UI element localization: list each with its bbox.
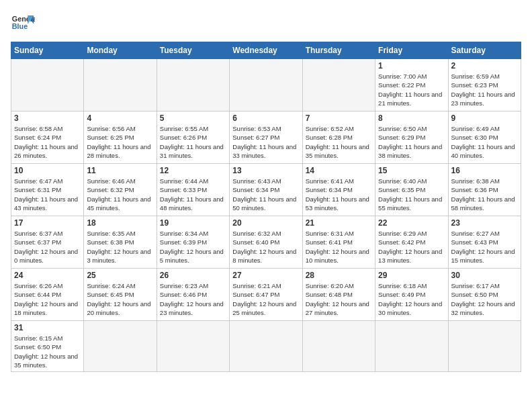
calendar-cell <box>375 321 448 372</box>
day-info: Sunrise: 6:58 AM Sunset: 6:24 PM Dayligh… <box>14 124 81 160</box>
calendar-cell: 21Sunrise: 6:31 AM Sunset: 6:41 PM Dayli… <box>302 216 375 269</box>
calendar-cell <box>230 321 302 372</box>
calendar-cell: 3Sunrise: 6:58 AM Sunset: 6:24 PM Daylig… <box>11 111 84 164</box>
day-number: 15 <box>378 166 445 175</box>
calendar-header-row: SundayMondayTuesdayWednesdayThursdayFrid… <box>11 42 521 59</box>
day-number: 27 <box>232 271 299 280</box>
calendar-cell <box>11 59 84 111</box>
day-info: Sunrise: 6:38 AM Sunset: 6:36 PM Dayligh… <box>451 177 518 212</box>
day-info: Sunrise: 7:00 AM Sunset: 6:22 PM Dayligh… <box>378 72 445 107</box>
day-info: Sunrise: 6:52 AM Sunset: 6:28 PM Dayligh… <box>306 124 372 160</box>
day-info: Sunrise: 6:47 AM Sunset: 6:31 PM Dayligh… <box>14 177 81 212</box>
calendar-cell <box>448 321 521 372</box>
day-number: 12 <box>160 166 226 175</box>
calendar-cell <box>84 59 157 111</box>
day-number: 5 <box>160 113 226 123</box>
calendar-cell <box>302 321 375 372</box>
day-info: Sunrise: 6:20 AM Sunset: 6:48 PM Dayligh… <box>306 281 372 317</box>
calendar-cell: 11Sunrise: 6:46 AM Sunset: 6:32 PM Dayli… <box>84 164 157 216</box>
day-info: Sunrise: 6:37 AM Sunset: 6:37 PM Dayligh… <box>14 229 81 265</box>
calendar-cell: 29Sunrise: 6:18 AM Sunset: 6:49 PM Dayli… <box>375 269 448 321</box>
day-header-sunday: Sunday <box>11 42 84 59</box>
calendar-cell: 13Sunrise: 6:43 AM Sunset: 6:34 PM Dayli… <box>230 164 302 216</box>
day-number: 26 <box>160 271 226 280</box>
calendar-cell: 24Sunrise: 6:26 AM Sunset: 6:44 PM Dayli… <box>11 269 84 321</box>
day-number: 10 <box>14 166 81 175</box>
calendar-cell: 12Sunrise: 6:44 AM Sunset: 6:33 PM Dayli… <box>157 164 229 216</box>
day-header-thursday: Thursday <box>302 42 375 59</box>
day-number: 4 <box>87 113 153 123</box>
day-number: 28 <box>306 271 372 280</box>
calendar-cell: 16Sunrise: 6:38 AM Sunset: 6:36 PM Dayli… <box>448 164 521 216</box>
calendar-week-row: 3Sunrise: 6:58 AM Sunset: 6:24 PM Daylig… <box>11 111 521 164</box>
day-number: 3 <box>14 113 81 123</box>
day-info: Sunrise: 6:23 AM Sunset: 6:46 PM Dayligh… <box>160 281 226 317</box>
day-number: 29 <box>378 271 445 280</box>
header: General Blue <box>11 11 521 35</box>
calendar: SundayMondayTuesdayWednesdayThursdayFrid… <box>11 42 521 372</box>
calendar-cell: 31Sunrise: 6:15 AM Sunset: 6:50 PM Dayli… <box>11 321 84 372</box>
calendar-cell: 15Sunrise: 6:40 AM Sunset: 6:35 PM Dayli… <box>375 164 448 216</box>
day-info: Sunrise: 6:24 AM Sunset: 6:45 PM Dayligh… <box>87 281 153 317</box>
day-number: 16 <box>451 166 518 175</box>
day-info: Sunrise: 6:50 AM Sunset: 6:29 PM Dayligh… <box>378 124 445 160</box>
day-info: Sunrise: 6:27 AM Sunset: 6:43 PM Dayligh… <box>451 229 518 265</box>
day-number: 1 <box>378 61 445 71</box>
day-info: Sunrise: 6:49 AM Sunset: 6:30 PM Dayligh… <box>451 124 518 160</box>
day-info: Sunrise: 6:55 AM Sunset: 6:26 PM Dayligh… <box>160 124 226 160</box>
day-number: 9 <box>451 113 518 123</box>
calendar-cell: 9Sunrise: 6:49 AM Sunset: 6:30 PM Daylig… <box>448 111 521 164</box>
day-info: Sunrise: 6:40 AM Sunset: 6:35 PM Dayligh… <box>378 177 445 212</box>
calendar-cell <box>157 59 229 111</box>
day-number: 30 <box>451 271 518 280</box>
calendar-cell: 22Sunrise: 6:29 AM Sunset: 6:42 PM Dayli… <box>375 216 448 269</box>
day-info: Sunrise: 6:31 AM Sunset: 6:41 PM Dayligh… <box>306 229 372 265</box>
calendar-week-row: 1Sunrise: 7:00 AM Sunset: 6:22 PM Daylig… <box>11 59 521 111</box>
day-info: Sunrise: 6:59 AM Sunset: 6:23 PM Dayligh… <box>451 72 518 107</box>
calendar-cell: 19Sunrise: 6:34 AM Sunset: 6:39 PM Dayli… <box>157 216 229 269</box>
day-info: Sunrise: 6:32 AM Sunset: 6:40 PM Dayligh… <box>232 229 299 265</box>
calendar-cell <box>302 59 375 111</box>
calendar-cell <box>157 321 229 372</box>
calendar-week-row: 10Sunrise: 6:47 AM Sunset: 6:31 PM Dayli… <box>11 164 521 216</box>
calendar-cell <box>84 321 157 372</box>
calendar-cell: 8Sunrise: 6:50 AM Sunset: 6:29 PM Daylig… <box>375 111 448 164</box>
day-header-wednesday: Wednesday <box>230 42 302 59</box>
calendar-cell: 18Sunrise: 6:35 AM Sunset: 6:38 PM Dayli… <box>84 216 157 269</box>
day-info: Sunrise: 6:29 AM Sunset: 6:42 PM Dayligh… <box>378 229 445 265</box>
day-number: 18 <box>87 218 153 228</box>
calendar-week-row: 24Sunrise: 6:26 AM Sunset: 6:44 PM Dayli… <box>11 269 521 321</box>
day-number: 21 <box>306 218 372 228</box>
calendar-cell: 26Sunrise: 6:23 AM Sunset: 6:46 PM Dayli… <box>157 269 229 321</box>
calendar-cell: 2Sunrise: 6:59 AM Sunset: 6:23 PM Daylig… <box>448 59 521 111</box>
day-number: 13 <box>232 166 299 175</box>
day-info: Sunrise: 6:17 AM Sunset: 6:50 PM Dayligh… <box>451 281 518 317</box>
day-number: 2 <box>451 61 518 71</box>
day-number: 8 <box>378 113 445 123</box>
day-info: Sunrise: 6:34 AM Sunset: 6:39 PM Dayligh… <box>160 229 226 265</box>
day-info: Sunrise: 6:46 AM Sunset: 6:32 PM Dayligh… <box>87 177 153 212</box>
day-info: Sunrise: 6:43 AM Sunset: 6:34 PM Dayligh… <box>232 177 299 212</box>
day-number: 25 <box>87 271 153 280</box>
calendar-cell: 23Sunrise: 6:27 AM Sunset: 6:43 PM Dayli… <box>448 216 521 269</box>
calendar-cell: 17Sunrise: 6:37 AM Sunset: 6:37 PM Dayli… <box>11 216 84 269</box>
calendar-cell: 6Sunrise: 6:53 AM Sunset: 6:27 PM Daylig… <box>230 111 302 164</box>
logo-icon: General Blue <box>11 11 35 35</box>
calendar-week-row: 17Sunrise: 6:37 AM Sunset: 6:37 PM Dayli… <box>11 216 521 269</box>
calendar-cell: 10Sunrise: 6:47 AM Sunset: 6:31 PM Dayli… <box>11 164 84 216</box>
day-info: Sunrise: 6:53 AM Sunset: 6:27 PM Dayligh… <box>232 124 299 160</box>
calendar-cell: 28Sunrise: 6:20 AM Sunset: 6:48 PM Dayli… <box>302 269 375 321</box>
calendar-week-row: 31Sunrise: 6:15 AM Sunset: 6:50 PM Dayli… <box>11 321 521 372</box>
day-number: 20 <box>232 218 299 228</box>
day-number: 6 <box>232 113 299 123</box>
day-number: 31 <box>14 323 81 332</box>
calendar-cell: 1Sunrise: 7:00 AM Sunset: 6:22 PM Daylig… <box>375 59 448 111</box>
logo: General Blue <box>11 11 35 35</box>
day-number: 24 <box>14 271 81 280</box>
day-number: 19 <box>160 218 226 228</box>
calendar-cell: 27Sunrise: 6:21 AM Sunset: 6:47 PM Dayli… <box>230 269 302 321</box>
day-number: 7 <box>306 113 372 123</box>
day-header-tuesday: Tuesday <box>157 42 229 59</box>
day-info: Sunrise: 6:41 AM Sunset: 6:34 PM Dayligh… <box>306 177 372 212</box>
day-header-saturday: Saturday <box>448 42 521 59</box>
